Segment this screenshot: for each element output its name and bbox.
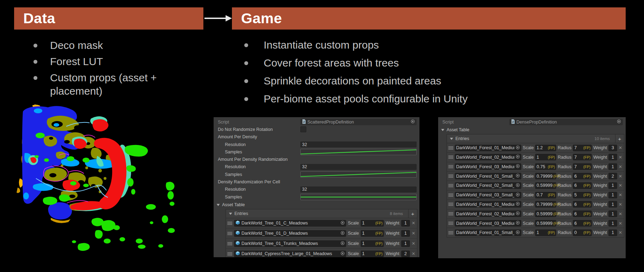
weight-field[interactable]: 1	[401, 240, 410, 247]
script-object-field[interactable]: # DensePropDefinition	[509, 119, 623, 125]
remove-entry-button[interactable]: ✕	[619, 202, 622, 207]
asset-object-field[interactable]: DarkWorld_CypressTree_Large_01_Meadows	[234, 251, 346, 257]
asset-object-field[interactable]: DarkWorld_Forest_03_Medium	[455, 220, 521, 227]
asset-object-field[interactable]: DarkWorld_Tree_01_D_Meadows	[234, 230, 346, 237]
object-picker-icon[interactable]	[516, 202, 520, 207]
weight-field[interactable]: 3	[608, 145, 617, 151]
radius-field[interactable]: 7(FP)	[573, 154, 592, 160]
value-field[interactable]: 32	[300, 164, 417, 170]
drag-handle-icon[interactable]	[448, 165, 453, 169]
scale-field[interactable]: 1(FP)	[535, 154, 556, 160]
do-not-randomize-checkbox[interactable]	[300, 126, 306, 132]
scale-field[interactable]: 1(FP)	[361, 240, 384, 247]
drag-handle-icon[interactable]	[448, 174, 453, 178]
object-picker-icon[interactable]	[516, 164, 520, 169]
add-entry-button[interactable]: +	[408, 209, 417, 218]
value-field[interactable]: 32	[300, 141, 417, 147]
radius-field[interactable]: 6(FP)	[573, 201, 592, 208]
object-picker-icon[interactable]	[411, 119, 415, 125]
scale-field[interactable]: 0.59999(FP)	[535, 182, 556, 189]
remove-entry-button[interactable]: ✕	[412, 241, 415, 246]
asset-object-field[interactable]: DarkWorld_Forest_02_Medium	[455, 154, 521, 160]
object-picker-icon[interactable]	[341, 231, 345, 236]
drag-handle-icon[interactable]	[448, 184, 453, 188]
object-picker-icon[interactable]	[341, 241, 345, 246]
object-picker-icon[interactable]	[516, 221, 520, 226]
scale-field[interactable]: 1(FP)	[535, 229, 556, 236]
weight-field[interactable]: 1	[608, 163, 617, 170]
weight-field[interactable]: 1	[608, 220, 617, 227]
asset-object-field[interactable]: DarkWorld_Forest_01_Medium	[455, 145, 521, 151]
object-picker-icon[interactable]	[516, 173, 520, 179]
weight-field[interactable]: 2	[401, 251, 410, 257]
scale-field[interactable]: 1(FP)	[361, 230, 384, 237]
object-picker-icon[interactable]	[516, 145, 520, 151]
foldout-triangle-icon[interactable]	[229, 213, 232, 215]
radius-field[interactable]: 7(FP)	[573, 145, 592, 151]
asset-object-field[interactable]: DarkWorld_Tree_01_Trunks_Meadows	[234, 240, 346, 247]
object-picker-icon[interactable]	[516, 230, 520, 235]
scale-field[interactable]: 1.2(FP)	[535, 145, 556, 151]
scale-field[interactable]: 1(FP)	[361, 220, 384, 227]
scale-field[interactable]: 0.7(FP)	[535, 192, 556, 198]
weight-field[interactable]: 1	[401, 220, 410, 227]
asset-object-field[interactable]: DarkWorld_Forest_03_Small_M	[455, 192, 521, 198]
remove-entry-button[interactable]: ✕	[619, 221, 622, 226]
value-field[interactable]: 32	[300, 186, 417, 192]
drag-handle-icon[interactable]	[448, 212, 453, 216]
object-picker-icon[interactable]	[516, 192, 520, 198]
weight-field[interactable]: 1	[608, 201, 617, 208]
drag-handle-icon[interactable]	[227, 242, 232, 246]
remove-entry-button[interactable]: ✕	[412, 252, 415, 256]
add-entry-button[interactable]: +	[615, 134, 624, 143]
scale-field[interactable]: 0.59999(FP)	[535, 210, 556, 217]
asset-object-field[interactable]: DarkWorld_Forest_01_Small_M	[455, 229, 521, 236]
remove-entry-button[interactable]: ✕	[619, 193, 622, 197]
curve-field[interactable]	[300, 171, 417, 178]
object-picker-icon[interactable]	[617, 119, 621, 125]
radius-field[interactable]: 5(FP)	[573, 192, 592, 198]
radius-field[interactable]: 6(FP)	[573, 182, 592, 189]
weight-field[interactable]: 1	[608, 182, 617, 189]
drag-handle-icon[interactable]	[227, 252, 232, 256]
radius-field[interactable]: 6(FP)	[573, 173, 592, 179]
weight-field[interactable]: 1	[608, 154, 617, 160]
curve-field[interactable]	[300, 149, 417, 155]
weight-field[interactable]: 1	[608, 229, 617, 236]
asset-object-field[interactable]: DarkWorld_Forest_03_Medium	[455, 163, 521, 170]
scale-field[interactable]: 0.79999(FP)	[535, 201, 556, 208]
script-object-field[interactable]: # ScatteredPropDefinition	[300, 119, 417, 125]
radius-field[interactable]: 6(FP)	[573, 220, 592, 227]
asset-object-field[interactable]: DarkWorld_Forest_02_Small_M	[455, 182, 521, 189]
object-picker-icon[interactable]	[341, 251, 345, 257]
weight-field[interactable]: 1	[608, 192, 617, 198]
remove-entry-button[interactable]: ✕	[619, 183, 622, 188]
foldout-triangle-icon[interactable]	[450, 138, 453, 140]
curve-field[interactable]	[300, 194, 417, 200]
remove-entry-button[interactable]: ✕	[619, 174, 622, 178]
object-picker-icon[interactable]	[516, 154, 520, 160]
scale-field[interactable]: 0.79999(FP)	[535, 173, 556, 179]
drag-handle-icon[interactable]	[448, 155, 453, 159]
remove-entry-button[interactable]: ✕	[619, 230, 622, 235]
remove-entry-button[interactable]: ✕	[412, 221, 415, 225]
asset-table-foldout[interactable]: Asset Table	[214, 201, 419, 208]
weight-field[interactable]: 1	[608, 210, 617, 217]
weight-field[interactable]: 1	[401, 230, 410, 237]
radius-field[interactable]: 6(FP)	[573, 210, 592, 217]
drag-handle-icon[interactable]	[448, 221, 453, 225]
drag-handle-icon[interactable]	[448, 193, 453, 197]
foldout-triangle-icon[interactable]	[216, 204, 220, 206]
asset-object-field[interactable]: DarkWorld_Forest_02_Medium	[455, 210, 521, 217]
scale-field[interactable]: 1(FP)	[361, 251, 384, 257]
drag-handle-icon[interactable]	[227, 221, 232, 225]
drag-handle-icon[interactable]	[448, 231, 453, 235]
drag-handle-icon[interactable]	[448, 146, 453, 150]
scale-field[interactable]: 0.59999(FP)	[535, 220, 556, 227]
remove-entry-button[interactable]: ✕	[619, 146, 622, 150]
remove-entry-button[interactable]: ✕	[619, 212, 622, 216]
foldout-triangle-icon[interactable]	[441, 129, 444, 131]
remove-entry-button[interactable]: ✕	[619, 165, 622, 169]
remove-entry-button[interactable]: ✕	[412, 231, 415, 235]
remove-entry-button[interactable]: ✕	[619, 155, 622, 159]
